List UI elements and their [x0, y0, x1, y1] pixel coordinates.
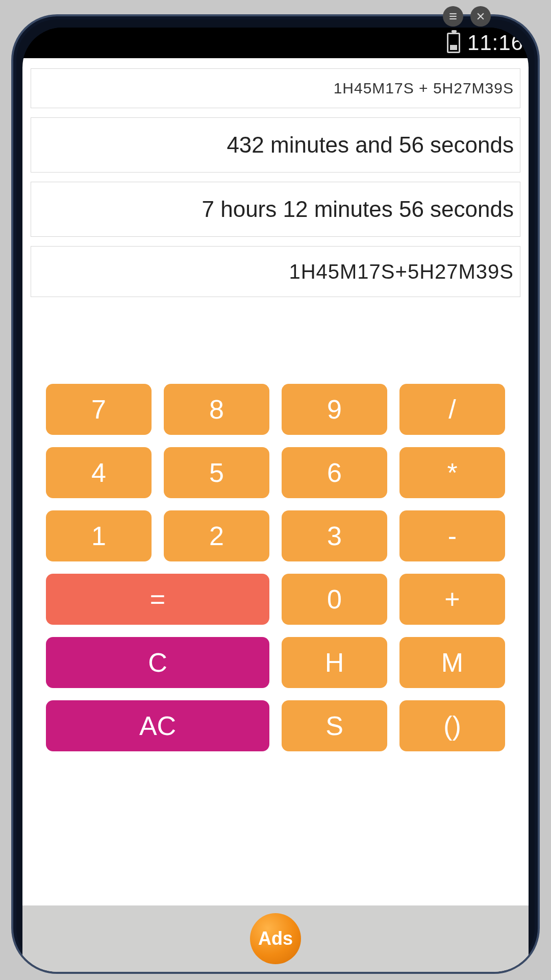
- key-add-label: +: [444, 584, 460, 615]
- key-seconds-label: S: [325, 710, 343, 741]
- key-7-label: 7: [91, 394, 106, 425]
- battery-icon: [447, 33, 460, 53]
- status-time: 11:16: [467, 31, 523, 55]
- key-equals[interactable]: =: [46, 574, 269, 625]
- key-hours[interactable]: H: [282, 637, 387, 688]
- key-all-clear-label: AC: [139, 710, 176, 741]
- result-minutes-text: 432 minutes and 56 seconds: [227, 132, 514, 158]
- key-0[interactable]: 0: [282, 574, 387, 625]
- key-clear[interactable]: C: [46, 637, 269, 688]
- status-bar: 11:16: [22, 28, 529, 58]
- key-1[interactable]: 1: [46, 510, 152, 561]
- key-equals-label: =: [150, 584, 165, 615]
- key-6-label: 6: [327, 457, 342, 488]
- key-hours-label: H: [325, 647, 344, 678]
- key-3[interactable]: 3: [282, 510, 387, 561]
- key-7[interactable]: 7: [46, 384, 152, 435]
- key-9[interactable]: 9: [282, 384, 387, 435]
- key-1-label: 1: [91, 521, 106, 551]
- key-2-label: 2: [209, 521, 224, 551]
- ad-bar: Ads: [22, 905, 529, 972]
- key-divide[interactable]: /: [399, 384, 505, 435]
- phone-screen: 11:16 1H45M17S + 5H27M39S 432 minutes an…: [22, 28, 529, 972]
- key-parens[interactable]: (): [399, 700, 505, 751]
- key-seconds[interactable]: S: [282, 700, 387, 751]
- key-parens-label: (): [443, 710, 461, 741]
- key-minutes[interactable]: M: [399, 637, 505, 688]
- key-add[interactable]: +: [399, 574, 505, 625]
- phone-frame: 11:16 1H45M17S + 5H27M39S 432 minutes an…: [11, 14, 540, 974]
- key-3-label: 3: [327, 521, 342, 551]
- key-divide-label: /: [448, 394, 456, 425]
- key-subtract-label: -: [448, 521, 457, 551]
- emulator-window-controls: [443, 6, 491, 27]
- key-8[interactable]: 8: [164, 384, 269, 435]
- key-all-clear[interactable]: AC: [46, 700, 269, 751]
- key-9-label: 9: [327, 394, 342, 425]
- key-8-label: 8: [209, 394, 224, 425]
- result-minutes: 432 minutes and 56 seconds: [31, 117, 520, 173]
- key-5-label: 5: [209, 457, 224, 488]
- result-hours-text: 7 hours 12 minutes 56 seconds: [202, 197, 514, 222]
- key-clear-label: C: [148, 647, 167, 678]
- result-hours: 7 hours 12 minutes 56 seconds: [31, 182, 520, 237]
- key-multiply-label: *: [447, 457, 457, 488]
- key-4[interactable]: 4: [46, 447, 152, 498]
- keypad: 7 8 9 / 4 5 6 * 1 2 3 - = 0 + C H M AC S: [31, 384, 520, 751]
- key-minutes-label: M: [441, 647, 463, 678]
- key-5[interactable]: 5: [164, 447, 269, 498]
- key-multiply[interactable]: *: [399, 447, 505, 498]
- key-4-label: 4: [91, 457, 106, 488]
- key-6[interactable]: 6: [282, 447, 387, 498]
- expression-history: 1H45M17S + 5H27M39S: [31, 68, 520, 108]
- calculator-app: 1H45M17S + 5H27M39S 432 minutes and 56 s…: [22, 58, 529, 972]
- key-0-label: 0: [327, 584, 342, 615]
- expression-history-text: 1H45M17S + 5H27M39S: [334, 80, 514, 97]
- current-expression-text: 1H45M17S+5H27M39S: [289, 260, 514, 283]
- key-subtract[interactable]: -: [399, 510, 505, 561]
- current-expression: 1H45M17S+5H27M39S: [31, 246, 520, 297]
- emulator-close-button[interactable]: [470, 6, 491, 27]
- emulator-menu-button[interactable]: [443, 6, 463, 27]
- ads-badge-label: Ads: [258, 928, 293, 949]
- ads-badge[interactable]: Ads: [250, 913, 301, 964]
- key-2[interactable]: 2: [164, 510, 269, 561]
- display-area: 1H45M17S + 5H27M39S 432 minutes and 56 s…: [31, 68, 520, 297]
